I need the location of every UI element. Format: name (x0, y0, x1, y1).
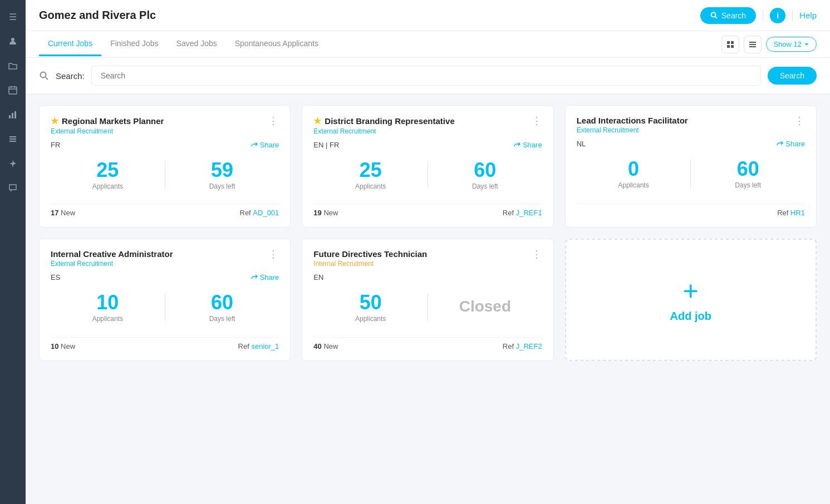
days-stat-1: 59 Days left (165, 159, 279, 190)
jobs-area: ★ Regional Markets Planner External Recr… (26, 94, 830, 504)
applicants-stat-3: 0 Applicants (577, 158, 691, 189)
tab-finished-jobs[interactable]: Finished Jobs (101, 32, 167, 56)
card-subtitle-3: External Recruitment (577, 126, 688, 134)
tabs-right-controls: Show 12 (721, 36, 817, 53)
days-stat-2: 60 Days left (428, 159, 542, 190)
card-header-1: ★ Regional Markets Planner External Recr… (51, 116, 279, 135)
show-count-button[interactable]: Show 12 (766, 37, 817, 52)
grid-icon (726, 41, 734, 48)
share-icon-3 (777, 141, 783, 147)
share-icon-1 (251, 142, 258, 149)
card-lang-4: ES (51, 273, 60, 281)
ref-5: Ref J_REF2 (503, 342, 542, 350)
card-stats-2: 25 Applicants 60 Days left (313, 155, 542, 195)
chart-icon[interactable] (3, 105, 23, 125)
card-stats-4: 10 Applicants 60 Days left (51, 287, 279, 327)
card-header-4: Internal Creative Administrator External… (51, 249, 279, 268)
card-subtitle-2: External Recruitment (313, 127, 454, 135)
card-title-1: ★ Regional Markets Planner External Recr… (51, 116, 164, 135)
closed-stat-5: Closed (428, 298, 542, 315)
list-icon[interactable] (3, 129, 23, 149)
card-subtitle-1: External Recruitment (51, 127, 164, 135)
share-button-1[interactable]: Share (251, 141, 279, 149)
card-lang-5: EN (313, 273, 323, 281)
jobs-grid: ★ Regional Markets Planner External Recr… (39, 105, 817, 361)
applicants-stat-1: 25 Applicants (51, 159, 165, 190)
menu-icon[interactable]: ☰ (3, 7, 23, 27)
card-title-3: Lead Interactions Facilitator External R… (577, 116, 688, 134)
svg-rect-5 (9, 136, 16, 137)
applicants-stat-5: 50 Applicants (313, 291, 428, 323)
card-menu-3[interactable]: ⋮ (794, 116, 805, 126)
card-lang-1: FR (51, 141, 60, 149)
card-menu-5[interactable]: ⋮ (532, 249, 542, 259)
card-stats-3: 0 Applicants 60 Days left (577, 154, 805, 194)
card-lang-3: NL (577, 140, 586, 148)
ref-2: Ref J_REF1 (503, 209, 542, 217)
new-count-4: 10 New (51, 342, 75, 350)
card-subtitle-5: Internal Recruitment (313, 260, 427, 268)
days-stat-4: 60 Days left (165, 291, 279, 323)
search-bar-icon (39, 71, 49, 81)
svg-point-0 (11, 38, 14, 41)
sidebar: ☰ (0, 0, 26, 504)
tab-spontaneous-applicants[interactable]: Spontaneous Applicants (226, 32, 327, 56)
tab-current-jobs[interactable]: Current Jobs (39, 32, 101, 56)
company-title: Gomez and Rivera Plc (39, 9, 156, 22)
ref-1: Ref AD_001 (240, 209, 279, 217)
header-divider2 (792, 10, 793, 21)
svg-rect-6 (9, 139, 16, 140)
spark-icon[interactable] (3, 154, 23, 174)
info-button[interactable]: i (770, 8, 785, 23)
share-button-2[interactable]: Share (514, 141, 542, 149)
svg-rect-2 (9, 115, 11, 118)
card-footer-4: 10 New Ref senior_1 (51, 337, 279, 350)
ref-3: Ref HR1 (777, 209, 805, 217)
svg-rect-11 (727, 45, 730, 48)
svg-rect-13 (749, 42, 756, 43)
card-stats-1: 25 Applicants 59 Days left (51, 155, 279, 195)
card-menu-1[interactable]: ⋮ (268, 116, 279, 126)
header-search-button[interactable]: Search (700, 7, 756, 24)
add-job-card[interactable]: + Add job (565, 239, 817, 361)
card-lang-2: EN | FR (313, 141, 339, 149)
card-lang-share-1: FR Share (51, 141, 279, 149)
list-view-icon (749, 41, 757, 48)
header-divider (763, 10, 763, 21)
calendar-icon[interactable] (3, 80, 23, 100)
share-button-3[interactable]: Share (777, 140, 805, 148)
add-job-label: Add job (670, 310, 711, 323)
card-header-2: ★ District Branding Representative Exter… (313, 116, 542, 135)
search-input-wrapper (91, 66, 761, 86)
svg-rect-7 (9, 141, 16, 142)
card-title-4: Internal Creative Administrator External… (51, 249, 173, 268)
svg-rect-10 (731, 41, 734, 44)
list-view-button[interactable] (744, 36, 762, 53)
header-actions: Search i Help (700, 7, 817, 24)
svg-rect-4 (14, 111, 16, 118)
job-card-3: Lead Interactions Facilitator External R… (565, 105, 817, 228)
message-icon[interactable] (3, 178, 23, 198)
ref-4: Ref senior_1 (238, 342, 279, 350)
svg-rect-9 (727, 41, 730, 44)
help-link[interactable]: Help (799, 11, 817, 20)
folder-icon[interactable] (3, 56, 23, 76)
star-icon-2: ★ (313, 116, 321, 126)
new-count-2: 19 New (313, 209, 338, 217)
search-label: Search: (56, 71, 85, 81)
search-input[interactable] (91, 66, 761, 86)
card-header-5: Future Directives Technician Internal Re… (313, 249, 542, 268)
search-button[interactable]: Search (768, 67, 817, 85)
user-icon[interactable] (3, 31, 23, 51)
tabs-bar: Current Jobs Finished Jobs Saved Jobs Sp… (26, 31, 830, 58)
card-lang-share-5: EN (313, 273, 542, 281)
days-stat-3: 60 Days left (691, 158, 805, 189)
applicants-stat-4: 10 Applicants (51, 291, 165, 323)
main-content: Gomez and Rivera Plc Search i Help Curre… (26, 0, 830, 504)
grid-view-button[interactable] (721, 36, 739, 53)
card-menu-4[interactable]: ⋮ (268, 249, 279, 259)
share-button-4[interactable]: Share (251, 273, 279, 281)
tab-saved-jobs[interactable]: Saved Jobs (168, 32, 226, 56)
card-menu-2[interactable]: ⋮ (532, 116, 542, 126)
search-bar: Search: Search (26, 58, 830, 94)
